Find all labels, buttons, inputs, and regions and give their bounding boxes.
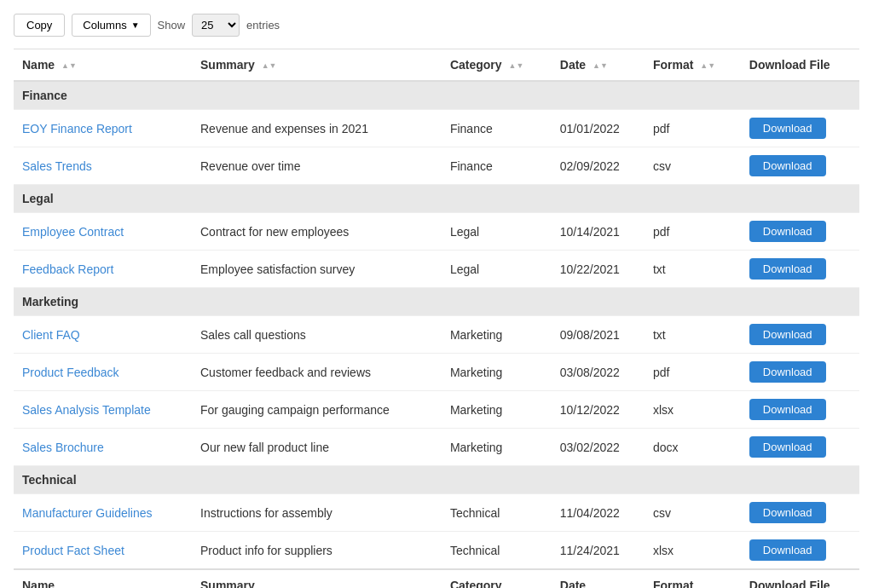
cell-category: Legal	[442, 251, 552, 288]
table-header: Name ▲▼ Summary ▲▼ Category ▲▼ Date ▲▼ F…	[14, 49, 859, 82]
footer-col-category: Category	[442, 569, 552, 588]
cell-format: csv	[645, 147, 741, 185]
cell-format: csv	[645, 494, 741, 532]
download-button[interactable]: Download	[749, 539, 826, 561]
data-table-wrapper: Name ▲▼ Summary ▲▼ Category ▲▼ Date ▲▼ F…	[14, 49, 859, 588]
footer-col-format: Format	[645, 569, 741, 588]
cell-summary: Sales call questions	[192, 316, 442, 354]
entries-label: entries	[246, 19, 280, 32]
cell-format: docx	[645, 429, 741, 466]
cell-date: 11/04/2022	[552, 494, 645, 532]
table-row: Sales BrochureOur new fall product lineM…	[14, 429, 859, 466]
entries-per-page-select[interactable]: 25 10 50 100	[192, 14, 240, 37]
cell-format: pdf	[645, 110, 741, 147]
file-name-link[interactable]: Manufacturer Guidelines	[22, 506, 153, 520]
table-row: Sales Analysis TemplateFor gauging campa…	[14, 391, 859, 429]
table-row: Product FeedbackCustomer feedback and re…	[14, 354, 859, 391]
columns-arrow-icon: ▼	[131, 20, 140, 30]
format-sort-icon[interactable]: ▲▼	[700, 62, 715, 70]
group-row-technical: Technical	[14, 466, 859, 494]
cell-name: Employee Contract	[14, 213, 192, 251]
file-name-link[interactable]: Sales Trends	[22, 159, 92, 173]
category-sort-icon[interactable]: ▲▼	[508, 62, 523, 70]
table-footer: Name Summary Category Date Format Downlo…	[14, 569, 859, 588]
group-row-legal: Legal	[14, 185, 859, 213]
download-button[interactable]: Download	[749, 361, 826, 383]
cell-download: Download	[741, 251, 859, 288]
group-label-technical: Technical	[14, 466, 859, 494]
col-header-format[interactable]: Format ▲▼	[645, 49, 741, 82]
footer-col-name: Name	[14, 569, 192, 588]
cell-format: pdf	[645, 354, 741, 391]
cell-category: Technical	[442, 494, 552, 532]
cell-name: Sales Brochure	[14, 429, 192, 466]
cell-date: 10/12/2022	[552, 391, 645, 429]
col-header-download: Download File	[741, 49, 859, 82]
download-button[interactable]: Download	[749, 221, 826, 242]
date-sort-icon[interactable]: ▲▼	[593, 62, 608, 70]
cell-download: Download	[741, 494, 859, 532]
cell-date: 10/22/2021	[552, 251, 645, 288]
download-button[interactable]: Download	[749, 258, 826, 280]
show-label: Show	[158, 19, 186, 32]
table-row: Product Fact SheetProduct info for suppl…	[14, 532, 859, 570]
cell-category: Marketing	[442, 354, 552, 391]
file-name-link[interactable]: Product Fact Sheet	[22, 544, 124, 557]
table-row: Sales TrendsRevenue over timeFinance02/0…	[14, 147, 859, 185]
file-name-link[interactable]: Sales Brochure	[22, 441, 104, 454]
columns-button[interactable]: Columns ▼	[72, 14, 150, 37]
cell-name: Sales Analysis Template	[14, 391, 192, 429]
col-header-summary[interactable]: Summary ▲▼	[192, 49, 442, 82]
download-button[interactable]: Download	[749, 436, 826, 458]
cell-name: Client FAQ	[14, 316, 192, 354]
summary-sort-icon[interactable]: ▲▼	[262, 62, 277, 70]
cell-summary: For gauging campaign performance	[192, 391, 442, 429]
group-label-legal: Legal	[14, 185, 859, 213]
cell-name: Feedback Report	[14, 251, 192, 288]
col-header-name[interactable]: Name ▲▼	[14, 49, 192, 82]
cell-name: Product Feedback	[14, 354, 192, 391]
download-button[interactable]: Download	[749, 155, 826, 176]
file-name-link[interactable]: Feedback Report	[22, 262, 113, 276]
group-label-finance: Finance	[14, 81, 859, 110]
cell-date: 11/24/2021	[552, 532, 645, 570]
cell-summary: Product info for suppliers	[192, 532, 442, 570]
cell-date: 03/08/2022	[552, 354, 645, 391]
cell-format: txt	[645, 251, 741, 288]
table-row: Client FAQSales call questionsMarketing0…	[14, 316, 859, 354]
cell-date: 10/14/2021	[552, 213, 645, 251]
copy-button[interactable]: Copy	[14, 14, 65, 37]
file-name-link[interactable]: EOY Finance Report	[22, 122, 132, 135]
cell-download: Download	[741, 391, 859, 429]
cell-category: Finance	[442, 147, 552, 185]
file-name-link[interactable]: Sales Analysis Template	[22, 403, 151, 417]
footer-col-summary: Summary	[192, 569, 442, 588]
cell-summary: Contract for new employees	[192, 213, 442, 251]
cell-format: txt	[645, 316, 741, 354]
name-sort-icon[interactable]: ▲▼	[61, 62, 77, 70]
group-row-finance: Finance	[14, 81, 859, 110]
toolbar: Copy Columns ▼ Show 25 10 50 100 entries	[14, 14, 859, 37]
download-button[interactable]: Download	[749, 324, 826, 345]
cell-category: Legal	[442, 213, 552, 251]
cell-format: xlsx	[645, 391, 741, 429]
file-name-link[interactable]: Employee Contract	[22, 225, 124, 239]
cell-name: EOY Finance Report	[14, 110, 192, 147]
file-name-link[interactable]: Product Feedback	[22, 366, 119, 379]
cell-download: Download	[741, 316, 859, 354]
cell-name: Product Fact Sheet	[14, 532, 192, 570]
file-name-link[interactable]: Client FAQ	[22, 328, 80, 342]
cell-download: Download	[741, 354, 859, 391]
columns-label: Columns	[83, 19, 126, 32]
cell-category: Finance	[442, 110, 552, 147]
download-button[interactable]: Download	[749, 118, 826, 139]
col-header-date[interactable]: Date ▲▼	[552, 49, 645, 82]
col-header-category[interactable]: Category ▲▼	[442, 49, 552, 82]
cell-download: Download	[741, 147, 859, 185]
download-button[interactable]: Download	[749, 399, 826, 420]
cell-category: Marketing	[442, 429, 552, 466]
data-table: Name ▲▼ Summary ▲▼ Category ▲▼ Date ▲▼ F…	[14, 49, 859, 588]
download-button[interactable]: Download	[749, 502, 826, 523]
cell-date: 09/08/2021	[552, 316, 645, 354]
cell-category: Marketing	[442, 316, 552, 354]
